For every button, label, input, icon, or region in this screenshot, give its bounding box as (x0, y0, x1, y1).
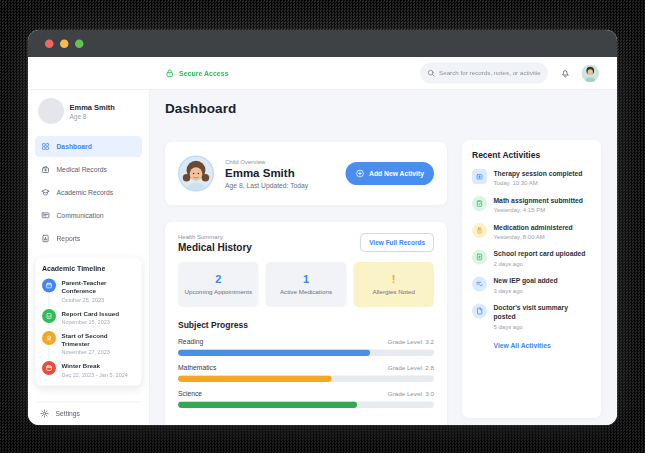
subject-grade: Grade Level: 3.2 (388, 339, 434, 346)
stat-upcoming-appointments[interactable]: 2 Upcoming Appointments (178, 262, 259, 307)
timeline-event-title: Start of Second Trimester (62, 331, 136, 348)
activity-time: Yesterday, 8:00 AM (494, 233, 573, 240)
app-window: Secure Access Emma Smith Age 8 (28, 30, 617, 425)
view-full-records-button[interactable]: View Full Records (360, 233, 434, 252)
overview-eyebrow: Child Overview (225, 158, 308, 165)
stat-active-medications[interactable]: 1 Active Medications (266, 262, 347, 307)
timeline-event[interactable]: Parent-Teacher ConferenceOctober 25, 202… (42, 279, 135, 303)
medical-bag-icon (41, 165, 50, 174)
progress-track (178, 376, 434, 383)
activity-time: Yesterday, 4:15 PM (494, 206, 583, 213)
sidebar-item-reports[interactable]: Reports (35, 228, 142, 249)
subject-progress-title: Subject Progress (178, 320, 434, 330)
activity-title: New IEP goal added (494, 277, 558, 286)
app-header: Secure Access (28, 57, 617, 90)
add-new-activity-label: Add New Activity (369, 170, 424, 178)
sidebar-item-label: Academic Records (57, 189, 114, 197)
stat-warning-mark: ! (392, 273, 396, 286)
timeline-event[interactable]: Start of Second TrimesterNovember 27, 20… (42, 331, 135, 355)
health-stats: 2 Upcoming Appointments 1 Active Medicat… (178, 262, 434, 307)
stat-value: 1 (303, 273, 309, 286)
progress-track (178, 350, 434, 357)
subject-grade: Grade Level: 3.0 (388, 391, 434, 398)
timeline-event-title: Report Card Issued (62, 309, 120, 318)
subject-name: Mathematics (178, 364, 216, 372)
main-content: Dashboard Child Overview Emma Smith Age … (150, 90, 617, 425)
search-icon (427, 69, 435, 77)
sidebar-item-communication[interactable]: Communication (35, 205, 142, 226)
recent-activities-card: Recent Activities Therapy session comple… (462, 140, 601, 418)
add-new-activity-button[interactable]: Add New Activity (346, 162, 434, 185)
subject-grade: Grade Level: 2.8 (388, 365, 434, 372)
stage: Secure Access Emma Smith Age 8 (0, 0, 645, 453)
list-check-icon (472, 277, 487, 292)
timeline-event-title: Parent-Teacher Conference (62, 279, 136, 296)
medical-kit-icon (472, 169, 487, 184)
activity-item[interactable]: Medication administeredYesterday, 8:00 A… (472, 223, 591, 240)
activity-item[interactable]: Therapy session completedToday, 10:30 AM (472, 169, 591, 186)
activity-item[interactable]: Math assignment submittedYesterday, 4:15… (472, 196, 591, 213)
document-icon (472, 304, 487, 319)
activity-item[interactable]: School report card uploaded2 days ago (472, 250, 591, 267)
lock-icon (165, 68, 175, 78)
academic-timeline-title: Academic Timeline (42, 265, 135, 273)
overview-child-name: Emma Smith (225, 166, 308, 180)
maximize-button[interactable] (75, 39, 84, 48)
medical-history-title: Medical History (178, 242, 252, 254)
timeline-event-date: October 25, 2023 (62, 297, 136, 303)
timeline-event-date: November 15, 2023 (62, 319, 120, 325)
sidebar-item-label: Dashboard (57, 143, 92, 151)
clipboard-check-icon (472, 196, 487, 211)
health-summary-eyebrow: Health Summary (178, 233, 252, 240)
child-age: Age 8 (70, 112, 115, 120)
sidebar: Emma Smith Age 8 Dashboard Medical Recor… (28, 90, 150, 425)
chat-icon (41, 211, 50, 220)
pill-bottle-icon (472, 223, 487, 238)
view-all-activities-link[interactable]: View All Activities (494, 341, 551, 349)
subject-row-mathematics: Mathematics Grade Level: 2.8 (178, 364, 434, 382)
stat-label: Allergies Noted (372, 288, 414, 296)
calendar-icon (42, 361, 56, 375)
dashboard-grid-icon (41, 142, 50, 151)
close-button[interactable] (45, 39, 54, 48)
medical-history-card: Health Summary Medical History View Full… (165, 222, 447, 425)
minimize-button[interactable] (60, 39, 69, 48)
sidebar-profile: Emma Smith Age 8 (38, 98, 142, 124)
sidebar-item-academic-records[interactable]: Academic Records (35, 182, 142, 203)
activity-time: 2 days ago (494, 260, 586, 267)
activity-time: 5 days ago (494, 323, 592, 330)
search-input[interactable] (439, 70, 541, 77)
window-titlebar (28, 30, 617, 57)
recent-activities-title: Recent Activities (472, 150, 591, 160)
sidebar-item-label: Reports (57, 235, 81, 243)
sidebar-item-dashboard[interactable]: Dashboard (35, 136, 142, 157)
progress-fill (178, 350, 370, 357)
gear-icon (40, 409, 49, 418)
sidebar-item-label: Medical Records (57, 166, 107, 174)
timeline-event[interactable]: Report Card IssuedNovember 15, 2023 (42, 309, 135, 325)
medal-icon (42, 331, 56, 345)
sidebar-item-settings[interactable]: Settings (35, 402, 142, 420)
secure-access-label: Secure Access (179, 69, 229, 77)
stat-allergies-noted[interactable]: ! Allergies Noted (353, 262, 434, 307)
notifications-bell-icon[interactable] (560, 68, 571, 79)
sidebar-item-medical-records[interactable]: Medical Records (35, 159, 142, 180)
progress-track (178, 402, 434, 409)
subject-row-reading: Reading Grade Level: 3.2 (178, 338, 434, 356)
progress-fill (178, 376, 332, 383)
secure-access-badge: Secure Access (165, 68, 229, 78)
calendar-icon (42, 279, 56, 293)
child-name: Emma Smith (70, 102, 115, 111)
subject-name: Science (178, 390, 202, 398)
search-bar[interactable] (420, 63, 548, 84)
activity-time: Today, 10:30 AM (494, 179, 583, 186)
user-avatar-image (582, 64, 600, 82)
timeline-event-title: Winter Break (62, 361, 128, 370)
activity-item[interactable]: Doctor's visit summary posted5 days ago (472, 304, 591, 330)
timeline-event[interactable]: Winter BreakDec 22, 2023 - Jan 5, 2024 (42, 361, 135, 377)
document-plus-icon (472, 250, 487, 265)
activity-item[interactable]: New IEP goal added3 days ago (472, 277, 591, 294)
progress-fill (178, 402, 357, 409)
report-card-icon (42, 309, 56, 323)
user-avatar[interactable] (582, 64, 600, 82)
